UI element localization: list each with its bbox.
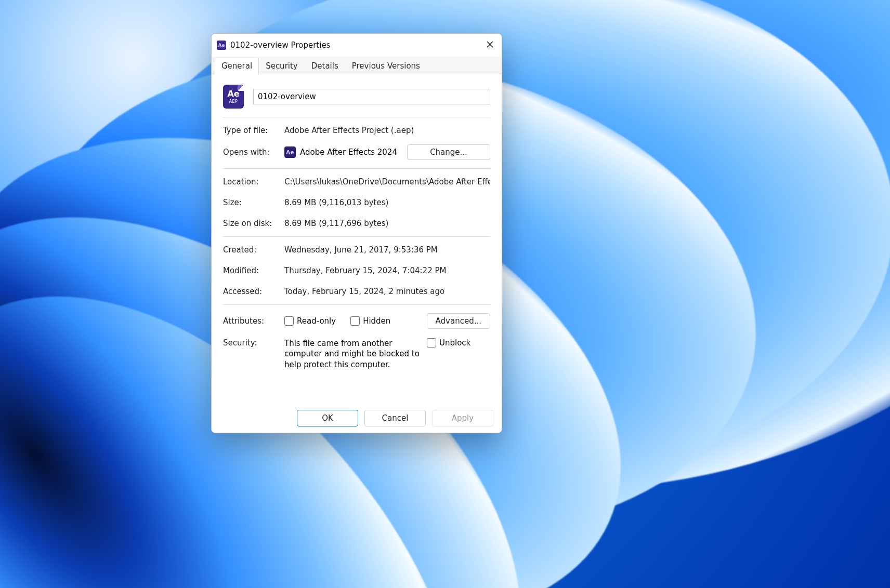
separator — [223, 168, 490, 169]
value-type-of-file: Adobe After Effects Project (.aep) — [284, 126, 490, 135]
checkbox-read-only[interactable]: Read-only — [284, 316, 336, 326]
value-size-on-disk: 8.69 MB (9,117,696 bytes) — [284, 219, 490, 228]
checkbox-read-only-label: Read-only — [297, 316, 336, 326]
checkbox-box-icon — [427, 338, 436, 348]
properties-dialog: Ae 0102-overview Properties General Secu… — [211, 33, 502, 433]
dialog-button-strip: OK Cancel Apply — [212, 404, 502, 433]
app-icon: Ae — [217, 41, 226, 50]
row-created: Created: Wednesday, June 21, 2017, 9:53:… — [223, 245, 490, 255]
value-accessed: Today, February 15, 2024, 2 minutes ago — [284, 287, 490, 296]
tab-general[interactable]: General — [215, 58, 259, 74]
label-accessed: Accessed: — [223, 287, 284, 296]
row-attributes: Attributes: Read-only Hidden Advanced... — [223, 313, 490, 329]
checkbox-hidden-label: Hidden — [363, 316, 390, 326]
window-title: 0102-overview Properties — [230, 41, 330, 50]
row-modified: Modified: Thursday, February 15, 2024, 7… — [223, 266, 490, 275]
filename-input[interactable] — [253, 89, 490, 104]
value-size: 8.69 MB (9,116,013 bytes) — [284, 198, 490, 207]
tab-previous-versions[interactable]: Previous Versions — [345, 58, 427, 74]
label-modified: Modified: — [223, 266, 284, 275]
file-icon-text-top: Ae — [227, 90, 239, 98]
titlebar[interactable]: Ae 0102-overview Properties — [212, 34, 502, 57]
label-size: Size: — [223, 198, 284, 207]
label-location: Location: — [223, 177, 284, 186]
row-security: Security: This file came from another co… — [223, 338, 490, 370]
checkbox-unblock[interactable]: Unblock — [427, 338, 470, 348]
file-type-icon: Ae AEP — [223, 85, 244, 109]
close-button[interactable] — [478, 34, 502, 55]
opens-with-app-icon-label: Ae — [286, 149, 294, 156]
label-type-of-file: Type of file: — [223, 126, 284, 135]
label-opens-with: Opens with: — [223, 148, 284, 157]
value-location: C:\Users\lukas\OneDrive\Documents\Adobe … — [284, 177, 490, 186]
row-size: Size: 8.69 MB (9,116,013 bytes) — [223, 198, 490, 207]
row-size-on-disk: Size on disk: 8.69 MB (9,117,696 bytes) — [223, 219, 490, 228]
row-accessed: Accessed: Today, February 15, 2024, 2 mi… — [223, 287, 490, 296]
close-icon — [487, 41, 493, 48]
value-opens-with: Adobe After Effects 2024 — [300, 148, 397, 157]
cancel-button[interactable]: Cancel — [364, 410, 426, 426]
security-notice: This file came from another computer and… — [284, 338, 420, 370]
row-location: Location: C:\Users\lukas\OneDrive\Docume… — [223, 177, 490, 186]
tab-page-general: Ae AEP Type of file: Adobe After Effects… — [212, 74, 502, 404]
separator — [223, 236, 490, 237]
value-created: Wednesday, June 21, 2017, 9:53:36 PM — [284, 245, 490, 255]
opens-with-app-icon: Ae — [284, 146, 296, 158]
checkbox-unblock-label: Unblock — [439, 338, 470, 348]
label-created: Created: — [223, 245, 284, 255]
tab-strip: General Security Details Previous Versio… — [212, 57, 502, 74]
checkbox-box-icon — [350, 316, 360, 326]
label-size-on-disk: Size on disk: — [223, 219, 284, 228]
checkbox-hidden[interactable]: Hidden — [350, 316, 390, 326]
advanced-button[interactable]: Advanced... — [427, 313, 490, 329]
app-icon-label: Ae — [218, 43, 225, 48]
tab-details[interactable]: Details — [305, 58, 345, 74]
ok-button[interactable]: OK — [297, 410, 358, 426]
file-icon-text-bottom: AEP — [229, 99, 238, 104]
apply-button[interactable]: Apply — [432, 410, 493, 426]
separator — [223, 304, 490, 305]
row-opens-with: Opens with: Ae Adobe After Effects 2024 … — [223, 144, 490, 160]
checkbox-box-icon — [284, 316, 294, 326]
separator — [223, 117, 490, 117]
label-attributes: Attributes: — [223, 316, 284, 326]
label-security: Security: — [223, 338, 284, 348]
change-button[interactable]: Change... — [407, 144, 490, 160]
row-type-of-file: Type of file: Adobe After Effects Projec… — [223, 126, 490, 135]
file-header: Ae AEP — [223, 85, 490, 109]
value-modified: Thursday, February 15, 2024, 7:04:22 PM — [284, 266, 490, 275]
tab-security[interactable]: Security — [259, 58, 305, 74]
